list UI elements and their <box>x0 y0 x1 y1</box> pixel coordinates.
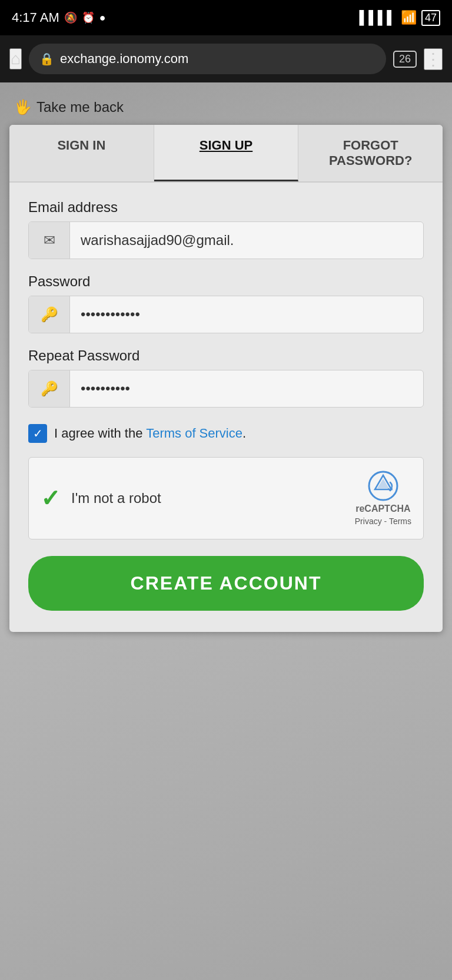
status-left: 4:17 AM 🔕 ⏰ ● <box>12 10 106 25</box>
recaptcha-brand-label: reCAPTCHA <box>355 504 410 514</box>
recaptcha-privacy-link[interactable]: Privacy <box>355 517 382 526</box>
recaptcha-links: Privacy - Terms <box>355 517 411 526</box>
tab-count[interactable]: 26 <box>393 51 417 68</box>
password-input[interactable] <box>70 296 423 333</box>
email-input[interactable] <box>70 222 423 259</box>
signal-icon: ▌▌▌▌ <box>360 10 396 25</box>
url-bar[interactable]: 🔒 exchange.ionomy.com <box>29 44 386 74</box>
mute-icon: 🔕 <box>64 11 77 24</box>
alarm-icon: ⏰ <box>82 11 95 24</box>
lock-icon: 🔒 <box>39 52 54 66</box>
back-label: Take me back <box>36 99 124 115</box>
status-right: ▌▌▌▌ 📶 47 <box>360 10 440 26</box>
url-text: exchange.ionomy.com <box>60 51 189 67</box>
whatsapp-icon: ● <box>99 12 106 24</box>
wifi-icon: 📶 <box>401 10 417 25</box>
more-button[interactable]: ⋮ <box>424 48 443 70</box>
tab-signup[interactable]: SIGN UP <box>154 125 299 181</box>
email-input-wrapper: ✉ <box>28 221 424 259</box>
repeat-password-input-wrapper: 🔑 <box>28 370 424 408</box>
agree-text: I agree with the Terms of Service. <box>54 426 246 441</box>
back-link[interactable]: 🖐 Take me back <box>0 82 452 125</box>
recaptcha-checkmark-icon: ✓ <box>41 485 61 512</box>
home-button[interactable]: ⌂ <box>9 48 22 69</box>
recaptcha-box[interactable]: ✓ I'm not a robot reCAPTCHA Privacy - Te… <box>28 457 424 539</box>
email-label: Email address <box>28 199 424 216</box>
repeat-password-label: Repeat Password <box>28 347 424 364</box>
tos-checkbox[interactable]: ✓ <box>28 424 47 443</box>
password-label: Password <box>28 273 424 290</box>
repeat-password-key-icon: 🔑 <box>29 370 70 407</box>
create-account-button[interactable]: CREATE ACCOUNT <box>28 556 424 611</box>
recaptcha-right: reCAPTCHA Privacy - Terms <box>355 471 411 526</box>
password-key-icon: 🔑 <box>29 296 70 333</box>
tos-row: ✓ I agree with the Terms of Service. <box>28 424 424 443</box>
main-content: 🖐 Take me back SIGN IN SIGN UP FORGOT PA… <box>0 82 452 980</box>
password-input-wrapper: 🔑 <box>28 296 424 333</box>
email-icon: ✉ <box>29 222 70 259</box>
recaptcha-terms-link[interactable]: Terms <box>389 517 411 526</box>
auth-tabs: SIGN IN SIGN UP FORGOT PASSWORD? <box>9 125 443 183</box>
tab-signin[interactable]: SIGN IN <box>9 125 154 181</box>
tab-forgot[interactable]: FORGOT PASSWORD? <box>298 125 443 181</box>
battery-indicator: 47 <box>421 10 440 26</box>
form-card: SIGN IN SIGN UP FORGOT PASSWORD? Email a… <box>9 125 443 632</box>
recaptcha-logo-icon <box>368 471 398 501</box>
time: 4:17 AM <box>12 10 59 25</box>
checkbox-check-icon: ✓ <box>33 426 43 441</box>
not-robot-text: I'm not a robot <box>71 490 161 506</box>
back-arrow-icon: 🖐 <box>14 99 32 115</box>
form-body: Email address ✉ Password 🔑 Repeat Passwo… <box>9 183 443 632</box>
tos-link[interactable]: Terms of Service <box>146 426 242 441</box>
status-bar: 4:17 AM 🔕 ⏰ ● ▌▌▌▌ 📶 47 <box>0 0 452 35</box>
repeat-password-input[interactable] <box>70 370 423 407</box>
recaptcha-left: ✓ I'm not a robot <box>41 485 161 512</box>
browser-bar: ⌂ 🔒 exchange.ionomy.com 26 ⋮ <box>0 35 452 82</box>
